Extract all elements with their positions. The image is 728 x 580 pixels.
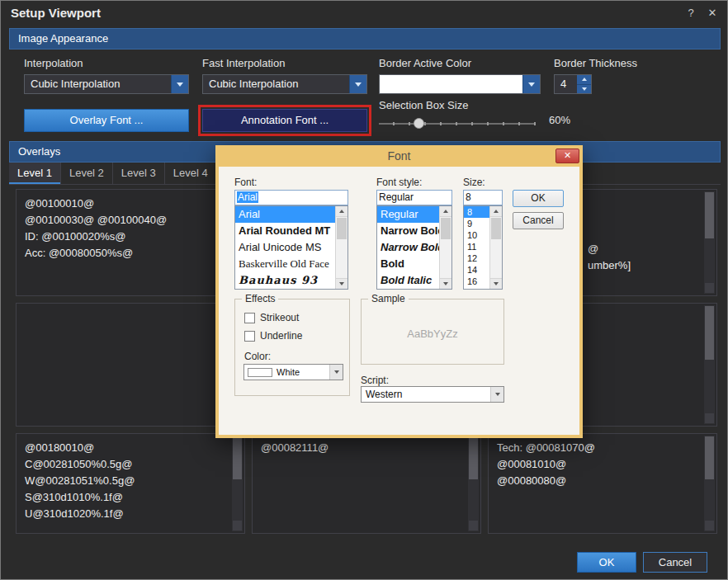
scrollbar[interactable] [489,206,502,289]
tab-level-4[interactable]: Level 4 [165,163,217,184]
interpolation-select[interactable]: Cubic Interpolation [24,74,189,94]
selection-box-size-value: 60% [549,114,570,126]
scroll-up-icon[interactable] [490,206,502,217]
border-thickness-stepper[interactable]: 4 [554,74,592,94]
font-dialog: Font ✕ Font: Font style: Size: Arial Reg… [215,145,583,438]
overlay-line: U@310d1020%.1f@ [25,506,225,522]
script-label: Script: [361,375,389,386]
border-active-color-label: Border Active Color [379,57,471,69]
border-thickness-label: Border Thickness [554,57,637,69]
size-option[interactable]: 11 [464,241,489,252]
close-icon[interactable]: ✕ [555,149,579,163]
overlay-font-button[interactable]: Overlay Font ... [24,109,189,132]
size-option[interactable]: 9 [464,218,489,229]
chevron-down-icon[interactable] [490,387,503,402]
sample-group: Sample AaBbYyZz [361,299,504,365]
underline-label: Underline [260,330,302,342]
selection-box-size-slider[interactable] [379,118,536,130]
tab-level-2[interactable]: Level 2 [61,163,113,184]
style-option[interactable]: Narrow Bold Italic [377,239,439,256]
tab-level-3[interactable]: Level 3 [113,163,165,184]
underline-checkbox[interactable]: Underline [244,330,302,342]
font-option[interactable]: Arial Unicode MS [235,239,335,256]
style-option[interactable]: Bold Italic [377,272,439,289]
style-option[interactable]: Narrow Bold [377,223,439,239]
overlay-line: W@00281051%0.5g@ [25,473,225,489]
slider-thumb[interactable] [414,118,424,129]
color-select[interactable]: White [243,364,343,380]
scroll-down-icon[interactable] [490,278,502,289]
overlay-line: S@310d1010%.1f@ [25,489,225,506]
effects-group: Effects Strikeout Underline Color: White [234,299,350,396]
overlay-line: @00081010@ [497,456,697,473]
font-dialog-title: Font [387,149,410,163]
scrollbar[interactable] [704,436,715,531]
overlay-line: @00100010@ [25,196,225,212]
scroll-up-icon[interactable] [440,206,451,217]
overlay-line: @00180010@ [25,440,225,456]
overlay-line: ID: @00100020%s@ [25,229,225,245]
overlay-panel-bottom-right[interactable]: Tech: @00081070@ @00081010@ @00080080@ [488,433,717,534]
script-select[interactable]: Western [361,386,504,403]
overlay-line: @00080080@ [497,473,697,489]
overlay-panel-middle-left[interactable] [16,303,245,427]
overlay-panel-top-left[interactable]: @00100010@ @00100030@ @00100040@ ID: @00… [16,189,245,296]
scrollbar[interactable] [232,436,243,531]
overlay-panel-bottom-middle[interactable]: @00082111@ [252,433,481,534]
font-option[interactable]: Arial [235,206,335,223]
font-list[interactable]: Arial Arial Rounded MT Arial Unicode MS … [234,205,348,290]
chevron-down-icon[interactable] [329,365,343,380]
size-input[interactable]: 8 [463,190,503,205]
scrollbar[interactable] [704,305,715,424]
size-option[interactable]: 14 [464,264,489,276]
style-option[interactable]: Regular [377,206,439,223]
font-style-input-value: Regular [379,191,414,203]
overlay-line: Acc: @00080050%s@ [25,245,225,262]
title-bar[interactable]: Setup Viewport ? ✕ [1,1,727,26]
chevron-down-icon[interactable] [522,75,540,93]
chevron-down-icon[interactable] [349,75,366,93]
checkbox-icon[interactable] [244,313,255,323]
color-label: Color: [244,351,271,362]
selection-box-size-label: Selection Box Size [379,99,468,111]
font-style-input[interactable]: Regular [376,190,452,205]
size-option[interactable]: 16 [464,276,489,287]
tab-level-1[interactable]: Level 1 [9,163,61,184]
border-active-color-select[interactable] [379,74,541,94]
size-option[interactable]: 8 [464,206,489,218]
font-dialog-title-bar[interactable]: Font ✕ [215,145,583,167]
scroll-down-icon[interactable] [336,278,347,289]
sample-text: AaBbYyZz [362,328,503,340]
size-option[interactable]: 12 [464,252,489,264]
font-option[interactable]: Arial Rounded MT [235,223,335,239]
font-input[interactable]: Arial [234,190,348,205]
checkbox-icon[interactable] [244,331,255,342]
spin-down-icon[interactable] [577,85,591,94]
size-option[interactable]: 10 [464,229,489,241]
scroll-up-icon[interactable] [336,206,347,217]
annotation-font-button[interactable]: Annotation Font ... [202,109,367,132]
scrollbar[interactable] [439,206,451,289]
overlay-panel-bottom-left[interactable]: @00180010@ C@00281050%0.5g@ W@00281051%0… [16,433,245,534]
chevron-down-icon[interactable] [171,75,188,93]
scroll-down-icon[interactable] [440,278,451,289]
font-dialog-ok-button[interactable]: OK [513,190,564,207]
ok-button[interactable]: OK [577,552,636,573]
strikeout-checkbox[interactable]: Strikeout [244,312,299,323]
scrollbar[interactable] [704,191,715,294]
close-icon[interactable]: ✕ [704,7,721,19]
font-dialog-cancel-button[interactable]: Cancel [513,212,564,229]
scrollbar[interactable] [335,206,347,289]
help-icon[interactable]: ? [683,7,699,19]
spin-up-icon[interactable] [577,75,591,85]
style-option[interactable]: Bold [377,256,439,272]
font-option[interactable]: Baskerville Old Face [235,256,335,272]
scrollbar[interactable] [468,436,479,531]
font-style-list[interactable]: Regular Narrow Bold Narrow Bold Italic B… [376,205,452,290]
size-list[interactable]: 8 9 10 11 12 14 16 [463,205,503,290]
effects-group-title: Effects [242,293,278,304]
cancel-button[interactable]: Cancel [643,552,707,573]
font-option[interactable]: Bauhaus 93 [235,272,335,289]
fast-interpolation-select[interactable]: Cubic Interpolation [202,74,367,94]
fast-interpolation-value: Cubic Interpolation [203,75,349,93]
